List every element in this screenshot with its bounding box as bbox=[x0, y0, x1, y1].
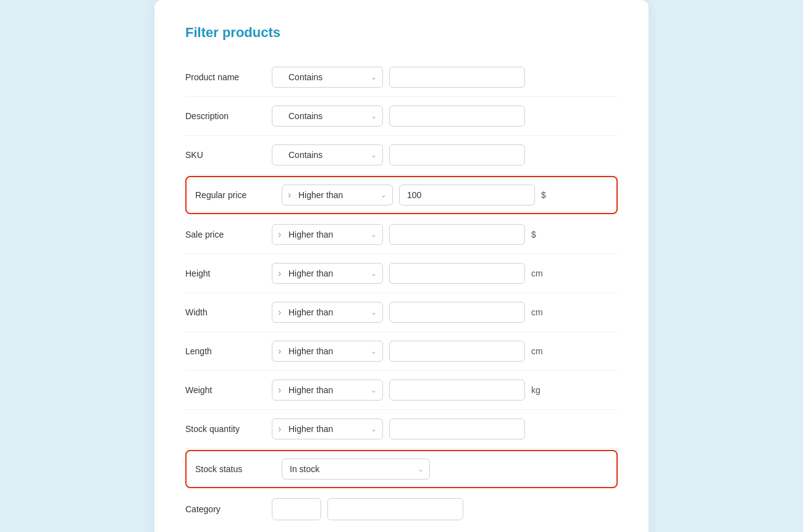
select-sku[interactable]: ContainsDoes not containEqualsStarts wit… bbox=[272, 144, 383, 165]
select-wrapper-sku: ContainsDoes not containEqualsStarts wit… bbox=[272, 144, 383, 165]
select-stock-quantity[interactable]: Higher thanLower thanEqualsBetween bbox=[272, 418, 383, 439]
label-length: Length bbox=[185, 346, 272, 356]
input-stock-quantity[interactable] bbox=[389, 418, 525, 439]
label-height: Height bbox=[185, 268, 272, 278]
filter-row-sku: SKUContainsDoes not containEqualsStarts … bbox=[185, 136, 618, 175]
input-sku[interactable] bbox=[389, 144, 525, 165]
filter-row-product-name: Product nameContainsDoes not containEqua… bbox=[185, 58, 618, 97]
unit-length: cm bbox=[531, 346, 550, 356]
unit-weight: kg bbox=[531, 385, 550, 395]
select-regular-price[interactable]: Higher thanLower thanEqualsBetween bbox=[282, 185, 393, 206]
select-wrapper-length: ›Higher thanLower thanEqualsBetween⌄ bbox=[272, 341, 383, 362]
select-wrapper-weight: ›Higher thanLower thanEqualsBetween⌄ bbox=[272, 380, 383, 401]
input-weight[interactable] bbox=[389, 380, 525, 401]
filter-row-width: Width›Higher thanLower thanEqualsBetween… bbox=[185, 293, 618, 332]
select-wrapper-sale-price: ›Higher thanLower thanEqualsBetween⌄ bbox=[272, 224, 383, 245]
label-sku: SKU bbox=[185, 150, 272, 160]
label-weight: Weight bbox=[185, 385, 272, 395]
select-wrapper-stock-quantity: ›Higher thanLower thanEqualsBetween⌄ bbox=[272, 418, 383, 439]
input-length[interactable] bbox=[389, 341, 525, 362]
page-title: Filter products bbox=[185, 25, 618, 41]
select-wrapper-stock-status: In stockOut of stockOn backorder⌄ bbox=[282, 459, 430, 480]
filter-row-length: Length›Higher thanLower thanEqualsBetwee… bbox=[185, 332, 618, 371]
unit-width: cm bbox=[531, 307, 550, 317]
input-sale-price[interactable] bbox=[389, 224, 525, 245]
select-wrapper-regular-price: ›Higher thanLower thanEqualsBetween⌄ bbox=[282, 185, 393, 206]
input-description[interactable] bbox=[389, 106, 525, 127]
label-width: Width bbox=[185, 307, 272, 317]
select-wrapper-width: ›Higher thanLower thanEqualsBetween⌄ bbox=[272, 302, 383, 323]
label-description: Description bbox=[185, 111, 272, 121]
filter-row-stock-quantity: Stock quantity›Higher thanLower thanEqua… bbox=[185, 410, 618, 449]
input-product-name[interactable] bbox=[389, 67, 525, 88]
unit-height: cm bbox=[531, 268, 550, 278]
filter-row-category: Category bbox=[185, 489, 618, 524]
select-sale-price[interactable]: Higher thanLower thanEqualsBetween bbox=[272, 224, 383, 245]
input-width[interactable] bbox=[389, 302, 525, 323]
label-stock-status: Stock status bbox=[195, 464, 282, 474]
select-height[interactable]: Higher thanLower thanEqualsBetween bbox=[272, 263, 383, 284]
select-description[interactable]: ContainsDoes not containEqualsStarts wit… bbox=[272, 106, 383, 127]
input-height[interactable] bbox=[389, 263, 525, 284]
label-product-name: Product name bbox=[185, 72, 272, 82]
select-product-name[interactable]: ContainsDoes not containEqualsStarts wit… bbox=[272, 67, 383, 88]
unit-sale-price: $ bbox=[531, 230, 550, 239]
filter-row-stock-status: Stock statusIn stockOut of stockOn backo… bbox=[185, 450, 618, 488]
unit-regular-price: $ bbox=[541, 190, 560, 200]
label-stock-quantity: Stock quantity bbox=[185, 424, 272, 434]
input-regular-price[interactable] bbox=[399, 185, 535, 206]
filter-row-regular-price: Regular price›Higher thanLower thanEqual… bbox=[185, 176, 618, 214]
select-wrapper-height: ›Higher thanLower thanEqualsBetween⌄ bbox=[272, 263, 383, 284]
select-stock-status[interactable]: In stockOut of stockOn backorder bbox=[282, 459, 430, 480]
select-weight[interactable]: Higher thanLower thanEqualsBetween bbox=[272, 380, 383, 401]
label-category: Category bbox=[185, 504, 272, 514]
select-width[interactable]: Higher thanLower thanEqualsBetween bbox=[272, 302, 383, 323]
filter-row-weight: Weight›Higher thanLower thanEqualsBetwee… bbox=[185, 371, 618, 410]
label-regular-price: Regular price bbox=[195, 190, 282, 200]
filter-row-sale-price: Sale price›Higher thanLower thanEqualsBe… bbox=[185, 215, 618, 254]
select-wrapper-product-name: ContainsDoes not containEqualsStarts wit… bbox=[272, 67, 383, 88]
label-sale-price: Sale price bbox=[185, 230, 272, 239]
select-length[interactable]: Higher thanLower thanEqualsBetween bbox=[272, 341, 383, 362]
filter-row-description: DescriptionContainsDoes not containEqual… bbox=[185, 97, 618, 136]
filter-row-height: Height›Higher thanLower thanEqualsBetwee… bbox=[185, 254, 618, 293]
select-wrapper-description: ContainsDoes not containEqualsStarts wit… bbox=[272, 106, 383, 127]
filter-card: Filter products Product nameContainsDoes… bbox=[154, 0, 649, 532]
